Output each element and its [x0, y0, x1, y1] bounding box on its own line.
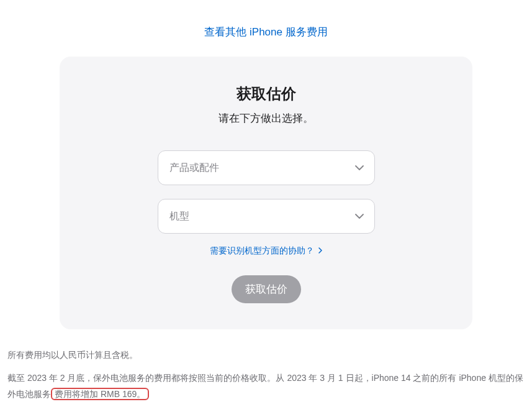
other-services-link[interactable]: 查看其他 iPhone 服务费用 — [204, 26, 327, 38]
highlight-annotation: 费用将增加 RMB 169。 — [51, 388, 149, 400]
card-subtitle: 请在下方做出选择。 — [72, 111, 460, 126]
top-link-container: 查看其他 iPhone 服务费用 — [0, 0, 532, 57]
product-select-placeholder: 产品或配件 — [169, 162, 219, 175]
chevron-right-icon — [318, 245, 322, 255]
card-title: 获取估价 — [72, 84, 460, 104]
model-select-wrap: 机型 — [158, 199, 375, 234]
help-link-label: 需要识别机型方面的协助？ — [210, 245, 314, 255]
footnotes: 所有费用均以人民币计算且含税。 截至 2023 年 2 月底，保外电池服务的费用… — [0, 329, 532, 403]
identify-model-help-link[interactable]: 需要识别机型方面的协助？ — [210, 245, 323, 255]
product-select[interactable]: 产品或配件 — [158, 150, 375, 185]
footnote-line-2: 截至 2023 年 2 月底，保外电池服务的费用都将按照当前的价格收取。从 20… — [7, 370, 525, 403]
estimate-card: 获取估价 请在下方做出选择。 产品或配件 机型 需要识别机型方面的协助？ 获取估… — [60, 57, 472, 329]
model-select-placeholder: 机型 — [169, 210, 189, 223]
model-select[interactable]: 机型 — [158, 199, 375, 234]
help-link-container: 需要识别机型方面的协助？ — [72, 245, 460, 257]
get-estimate-button[interactable]: 获取估价 — [232, 275, 301, 303]
product-select-wrap: 产品或配件 — [158, 150, 375, 185]
footnote-line-1: 所有费用均以人民币计算且含税。 — [7, 347, 525, 364]
